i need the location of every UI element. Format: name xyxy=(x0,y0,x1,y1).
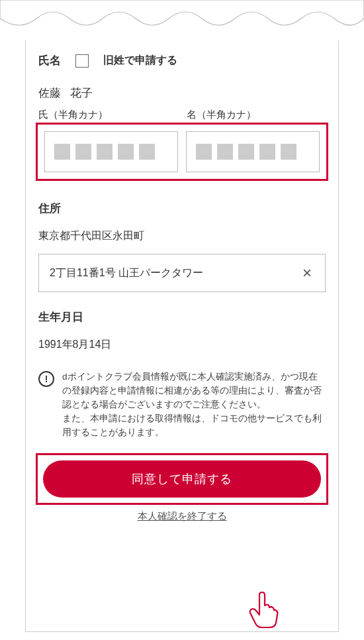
maiden-name-checkbox[interactable] xyxy=(75,54,89,68)
clear-icon[interactable]: × xyxy=(300,265,314,281)
kana-surname-input[interactable] xyxy=(44,131,178,172)
torn-edge-decoration xyxy=(0,0,364,40)
name-section-header: 氏名 旧姓で申請する xyxy=(38,53,326,68)
kana-highlight-box xyxy=(36,123,328,181)
dob-value: 1991年8月14日 xyxy=(38,338,326,352)
full-name-display: 佐藤花子 xyxy=(38,85,326,101)
address-prefilled-text: 東京都千代田区永田町 xyxy=(38,229,326,243)
kana-given-input[interactable] xyxy=(186,131,320,172)
terminate-link[interactable]: 本人確認を終了する xyxy=(38,510,326,523)
terminate-label: 本人確認を終了する xyxy=(138,510,227,521)
kana-given-label: 名（半角カナ） xyxy=(187,109,326,121)
submit-highlight-box: 同意して申請する xyxy=(36,453,328,505)
name-section-label: 氏名 xyxy=(38,53,61,68)
placeholder-blocks xyxy=(54,144,155,160)
address-detail-value: 2丁目11番1号 山王パークタワー xyxy=(50,266,203,280)
alert-row: ! dポイントクラブ会員情報が既に本人確認実施済み、かつ現在の登録内容と申請情報… xyxy=(38,370,326,440)
dob-section-label: 生年月日 xyxy=(38,309,326,325)
surname-text: 佐藤 xyxy=(38,87,61,99)
alert-text: dポイントクラブ会員情報が既に本人確認実施済み、かつ現在の登録内容と申請情報に相… xyxy=(62,370,326,440)
cursor-hand-icon xyxy=(246,591,279,629)
placeholder-blocks xyxy=(196,144,296,160)
alert-icon: ! xyxy=(38,371,54,387)
kana-surname-label: 氏（半角カナ） xyxy=(38,109,177,121)
submit-button[interactable]: 同意して申請する xyxy=(43,460,321,498)
submit-button-label: 同意して申請する xyxy=(132,471,232,487)
address-detail-input[interactable]: 2丁目11番1号 山王パークタワー × xyxy=(38,254,326,292)
address-section: 住所 東京都千代田区永田町 2丁目11番1号 山王パークタワー × xyxy=(38,201,326,292)
maiden-name-label: 旧姓で申請する xyxy=(103,54,177,68)
given-name-text: 花子 xyxy=(70,87,93,99)
dob-section: 生年月日 1991年8月14日 xyxy=(38,309,326,352)
address-section-label: 住所 xyxy=(38,201,326,216)
